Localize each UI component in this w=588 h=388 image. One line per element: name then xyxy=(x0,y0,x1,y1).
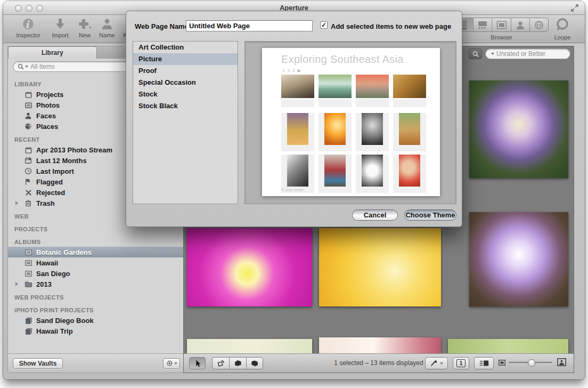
gear-caret-icon xyxy=(174,362,177,365)
sidebar-item-2013[interactable]: 2013 xyxy=(8,279,185,289)
primary-only-icon: 1 xyxy=(456,359,465,367)
section-header-web-projects: WEB PROJECTS xyxy=(8,289,185,302)
add-items-checkbox-label: Add selected items to new web page xyxy=(331,22,451,30)
fullscreen-icon[interactable] xyxy=(571,4,578,12)
photo-thumbnail-yellow-flower[interactable] xyxy=(319,228,441,306)
photo-thumbnail-lupine-flower[interactable] xyxy=(469,80,568,178)
import-label: Import xyxy=(47,32,74,38)
name-button[interactable]: Name xyxy=(96,17,118,38)
import-arrow-icon xyxy=(47,17,74,31)
search-scope-caret-icon[interactable] xyxy=(25,66,28,68)
loupe-button[interactable] xyxy=(552,17,573,33)
trash-icon xyxy=(24,199,32,207)
preview-photo-bw-flower xyxy=(356,155,389,193)
new-button[interactable]: New xyxy=(74,17,96,38)
preview-photo-orange-sunset xyxy=(318,113,352,151)
sidebar-item-label: Faces xyxy=(36,112,56,120)
theme-item-picture[interactable]: Picture xyxy=(133,53,238,65)
sidebar-bottom-bar: Show Vaults xyxy=(8,353,185,373)
web-page-name-input[interactable] xyxy=(186,20,313,31)
sidebar-item-label: Hawaii Trip xyxy=(36,327,73,335)
theme-preview-pane: Exploring Southeast Asia 1 2 3 ▶ © xyxy=(244,41,456,204)
theme-item-stock-black[interactable]: Stock Black xyxy=(133,100,238,112)
album-icon xyxy=(24,269,32,278)
thumbnail-size-slider[interactable] xyxy=(509,362,552,364)
preview-photo-red-boat xyxy=(318,155,352,193)
thumbnail-size-small-icon xyxy=(499,360,505,366)
photo-thumbnail-purple-gilia[interactable] xyxy=(469,212,568,306)
inspector-button[interactable]: Inspector xyxy=(11,17,46,38)
search-icon xyxy=(18,63,24,70)
section-header-iphoto-print-projects: iPHOTO PRINT PROJECTS xyxy=(8,302,185,315)
primary-only-button[interactable]: 1 xyxy=(453,357,469,369)
folder-icon xyxy=(24,280,32,288)
browser-group-label: Browser xyxy=(454,34,549,41)
browser-search-input[interactable] xyxy=(495,50,574,58)
calendar-icon xyxy=(24,156,32,165)
theme-item-proof[interactable]: Proof xyxy=(133,65,238,77)
vault-action-button[interactable] xyxy=(163,358,180,369)
wand-star-icon xyxy=(430,359,438,367)
new-label: New xyxy=(74,32,96,38)
book-icon xyxy=(24,316,32,325)
theme-item-stock[interactable]: Stock xyxy=(133,88,238,100)
new-web-page-dialog: Web Page Name: ✓ Add selected items to n… xyxy=(126,11,462,227)
preview-photo-row-1 xyxy=(281,75,426,107)
browser-toolbar: 1 selected – 13 items displayed 1 xyxy=(184,353,574,373)
browser-search-field[interactable] xyxy=(485,48,570,59)
sidebar-item-hawaii[interactable]: Hawaii xyxy=(8,257,185,268)
import-button[interactable]: Import xyxy=(47,17,74,38)
theme-item-art-collection[interactable]: Art Collection xyxy=(133,42,238,53)
faces-segment[interactable] xyxy=(511,18,530,31)
viewer-segment[interactable] xyxy=(492,18,511,31)
view-segmented-control xyxy=(454,18,549,32)
list-view-button[interactable] xyxy=(474,357,494,369)
browser-view-segment[interactable] xyxy=(473,18,492,31)
search-scope-caret-icon[interactable] xyxy=(491,53,494,55)
preview-copyright: © John Smith xyxy=(281,188,304,192)
sidebar-item-sand-diego-book[interactable]: Sand Diego Book xyxy=(8,315,185,326)
photo-thumbnail-partial-1[interactable] xyxy=(187,339,312,354)
disclosure-triangle-icon[interactable] xyxy=(15,201,18,205)
book-icon xyxy=(24,327,32,335)
photo-thumbnail-magenta-orchid[interactable] xyxy=(187,228,312,306)
places-segment[interactable] xyxy=(530,18,548,31)
sidebar-item-label: Sand Diego Book xyxy=(36,317,94,325)
sidebar-item-botanic-gardens[interactable]: Botanic Gardens xyxy=(8,247,185,257)
sidebar-item-label: Projects xyxy=(36,91,63,99)
slider-thumb[interactable] xyxy=(528,359,535,367)
add-items-checkbox[interactable]: ✓ xyxy=(320,21,328,29)
checkmark-icon: ✓ xyxy=(321,22,326,28)
tab-library[interactable]: Library xyxy=(8,46,97,59)
cancel-button[interactable]: Cancel xyxy=(352,209,398,221)
choose-theme-button[interactable]: Choose Theme xyxy=(404,209,456,221)
theme-item-special-occasion[interactable]: Special Occasion xyxy=(133,77,238,88)
photos-icon xyxy=(24,101,32,109)
sidebar-item-label: Last Import xyxy=(36,167,74,175)
sidebar-item-label: Last 12 Months xyxy=(36,157,87,165)
preview-photo-farmer-cart xyxy=(393,113,426,151)
clock-icon xyxy=(24,167,32,175)
sidebar-item-san-diego[interactable]: San Diego xyxy=(8,268,185,279)
sidebar-item-label: Rejected xyxy=(36,189,65,197)
preview-photo-sepia-boat xyxy=(281,75,314,107)
preview-photo-hat-vendor xyxy=(281,113,314,151)
preview-page-title: Exploring Southeast Asia xyxy=(281,53,404,66)
filter-hud-button[interactable] xyxy=(469,48,482,59)
preview-photo-row-2 xyxy=(281,113,426,151)
disclosure-triangle-icon[interactable] xyxy=(15,282,18,286)
name-label: Name xyxy=(96,32,118,38)
reject-x-icon xyxy=(24,188,32,197)
sidebar-item-label: Hawaii xyxy=(36,259,58,267)
faces-icon xyxy=(24,111,32,120)
sidebar-item-hawaii-trip[interactable]: Hawaii Trip xyxy=(8,326,185,336)
sidebar-item-label: Botanic Gardens xyxy=(36,248,92,256)
list-viewer-icon xyxy=(479,359,489,367)
keyword-controls-button[interactable] xyxy=(425,357,448,369)
project-box-icon xyxy=(24,146,32,154)
show-vaults-button[interactable]: Show Vaults xyxy=(13,358,63,369)
photo-thumbnail-partial-2[interactable] xyxy=(319,337,441,354)
gear-icon xyxy=(166,360,173,367)
photo-thumbnail-partial-3[interactable] xyxy=(448,339,568,354)
preview-photo-child-red xyxy=(393,155,426,193)
